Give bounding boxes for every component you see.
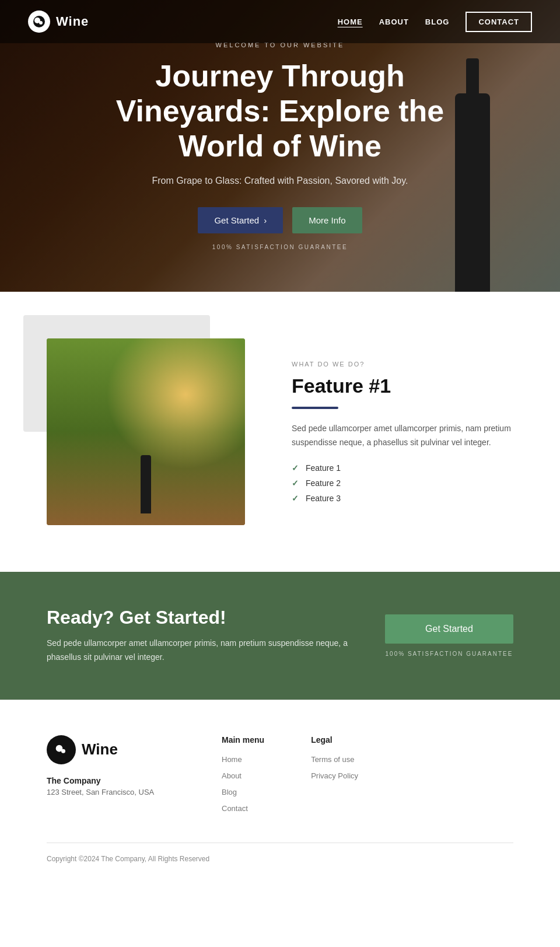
cta-inner: Ready? Get Started! Sed pede ullamcorper… <box>47 607 513 665</box>
footer-top: Wine The Company 123 Street, San Francis… <box>47 735 513 813</box>
footer: Wine The Company 123 Street, San Francis… <box>0 700 560 880</box>
cta-guarantee: 100% SATISFACTION GUARANTEE <box>386 651 513 657</box>
hero-guarantee: 100% SATISFACTION GUARANTEE <box>88 244 473 250</box>
nav-blog[interactable]: BLOG <box>425 18 450 26</box>
footer-copyright: Copyright ©2024 The Company, All Rights … <box>47 855 513 863</box>
features-inner: WHAT DO WE DO? Feature #1 Sed pede ullam… <box>47 338 513 525</box>
footer-company-name: The Company <box>47 776 175 785</box>
arrow-icon: › <box>264 215 267 225</box>
footer-logo-icon <box>47 735 76 764</box>
features-text-column: WHAT DO WE DO? Feature #1 Sed pede ullam… <box>292 361 513 504</box>
features-desc: Sed pede ullamcorper amet ullamcorper pr… <box>292 422 513 450</box>
footer-link-terms[interactable]: Terms of use <box>311 755 354 764</box>
features-list: ✓ Feature 1 ✓ Feature 2 ✓ Feature 3 <box>292 463 513 503</box>
check-icon: ✓ <box>292 478 299 488</box>
footer-link-blog[interactable]: Blog <box>222 788 237 796</box>
list-item: ✓ Feature 1 <box>292 463 513 473</box>
logo-icon <box>28 11 50 33</box>
features-title: Feature #1 <box>292 375 513 397</box>
footer-link-privacy[interactable]: Privacy Policy <box>311 771 358 780</box>
nav-logo[interactable]: Wine <box>28 11 89 33</box>
cta-text-column: Ready? Get Started! Sed pede ullamcorper… <box>47 607 362 665</box>
footer-link-home[interactable]: Home <box>222 755 242 764</box>
hero-buttons: Get Started › More Info <box>88 207 473 233</box>
svg-point-5 <box>61 749 65 753</box>
check-icon: ✓ <box>292 463 299 473</box>
svg-point-2 <box>39 21 43 25</box>
footer-bottom: Copyright ©2024 The Company, All Rights … <box>47 843 513 863</box>
nav-home[interactable]: HOME <box>338 18 363 26</box>
get-started-button[interactable]: Get Started › <box>198 207 283 233</box>
features-image-main <box>47 338 245 525</box>
footer-brand: Wine The Company 123 Street, San Francis… <box>47 735 175 813</box>
footer-link-contact[interactable]: Contact <box>222 804 248 813</box>
hero-content: WELCOME TO OUR WEBSITE Journey Through V… <box>76 41 484 250</box>
hero-section: WELCOME TO OUR WEBSITE Journey Through V… <box>0 0 560 292</box>
footer-main-menu: Main menu Home About Blog Contact <box>222 735 264 813</box>
logo-text: Wine <box>56 14 89 29</box>
footer-legal-heading: Legal <box>311 735 358 745</box>
footer-legal-list: Terms of use Privacy Policy <box>311 754 358 781</box>
list-item: ✓ Feature 2 <box>292 478 513 488</box>
cta-title: Ready? Get Started! <box>47 607 362 628</box>
features-what-label: WHAT DO WE DO? <box>292 361 513 368</box>
footer-company-address: 123 Street, San Francisco, USA <box>47 788 175 796</box>
features-section: WHAT DO WE DO? Feature #1 Sed pede ullam… <box>0 292 560 572</box>
footer-logo-text: Wine <box>82 740 118 759</box>
list-item: ✓ Feature 3 <box>292 494 513 503</box>
nav-links: HOME ABOUT BLOG CONTACT <box>338 16 532 27</box>
footer-logo: Wine <box>47 735 175 764</box>
cta-get-started-button[interactable]: Get Started <box>385 614 513 644</box>
nav-contact-button[interactable]: CONTACT <box>466 12 532 32</box>
cta-right-column: Get Started 100% SATISFACTION GUARANTEE <box>385 614 513 657</box>
footer-main-menu-heading: Main menu <box>222 735 264 745</box>
features-image-column <box>47 338 257 525</box>
hero-subtitle: From Grape to Glass: Crafted with Passio… <box>88 176 473 186</box>
nav-about[interactable]: ABOUT <box>379 18 409 26</box>
check-icon: ✓ <box>292 494 299 503</box>
footer-main-menu-list: Home About Blog Contact <box>222 754 264 813</box>
features-underline <box>292 407 338 409</box>
cta-section: Ready? Get Started! Sed pede ullamcorper… <box>0 572 560 700</box>
navbar: Wine HOME ABOUT BLOG CONTACT <box>0 0 560 43</box>
footer-legal: Legal Terms of use Privacy Policy <box>311 735 358 813</box>
cta-desc: Sed pede ullamcorper amet ullamcorper pr… <box>47 637 362 665</box>
more-info-button[interactable]: More Info <box>292 207 362 233</box>
hero-title: Journey Through Vineyards: Explore the W… <box>88 59 473 163</box>
footer-link-about[interactable]: About <box>222 771 242 780</box>
